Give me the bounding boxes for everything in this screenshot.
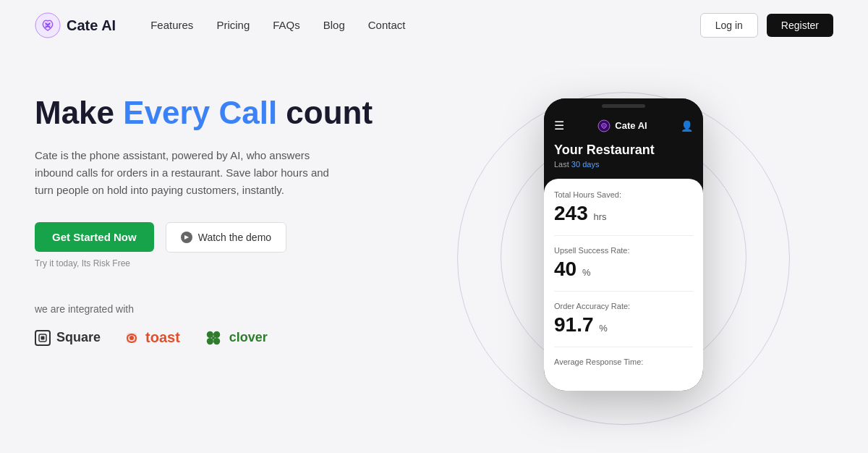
stat-accuracy: Order Accuracy Rate: 91.7 %: [554, 302, 693, 347]
nav-faqs[interactable]: FAQs: [273, 19, 300, 31]
nav-features[interactable]: Features: [150, 19, 193, 31]
phone-stats-body: Total Hours Saved: 243 hrs Upsell Succes…: [544, 179, 703, 391]
stat-upsell-value: 40 %: [554, 258, 693, 281]
clover-logo: clover: [203, 329, 268, 347]
risk-free-text: Try it today, Its Risk Free: [35, 258, 414, 268]
play-icon: ▶: [181, 232, 192, 243]
logo-icon: [35, 12, 61, 38]
integration-logos: Square toast: [35, 329, 414, 347]
phone-restaurant-section: Your Restaurant Last 30 days: [544, 138, 703, 179]
navbar-right: Log in Register: [700, 13, 833, 38]
headline-start: Make: [35, 95, 123, 130]
integrations-section: we are integrated with Square: [35, 303, 414, 347]
cta-row: Get Started Now ▶ Watch the demo: [35, 222, 414, 253]
register-button[interactable]: Register: [767, 14, 833, 37]
phone-logo-icon: [597, 119, 610, 132]
user-icon: 👤: [681, 120, 693, 132]
main-content: Make Every Call count Cate is the phone …: [0, 51, 868, 453]
stat-upsell-label: Upsell Success Rate:: [554, 246, 693, 255]
stat-hours-saved: Total Hours Saved: 243 hrs: [554, 190, 693, 236]
stat-upsell: Upsell Success Rate: 40 %: [554, 246, 693, 292]
phone-app-name: Cate AI: [615, 120, 647, 131]
watch-label: Watch the demo: [198, 232, 271, 243]
clover-label: clover: [229, 330, 268, 345]
watch-demo-button[interactable]: ▶ Watch the demo: [166, 222, 286, 253]
logo-text: Cate AI: [67, 17, 116, 34]
square-label: Square: [56, 330, 101, 345]
get-started-button[interactable]: Get Started Now: [35, 222, 154, 252]
restaurant-name: Your Restaurant: [554, 143, 693, 158]
phone-mockup: ☰ Cate AI 👤 Your Restaurant Last 30 days: [544, 98, 703, 391]
hamburger-icon: ☰: [554, 119, 564, 132]
stat-accuracy-label: Order Accuracy Rate:: [554, 302, 693, 310]
navbar-left: Cate AI Features Pricing FAQs Blog Conta…: [35, 12, 405, 38]
nav-blog[interactable]: Blog: [323, 19, 345, 31]
nav-links: Features Pricing FAQs Blog Contact: [150, 19, 405, 32]
left-content: Make Every Call count Cate is the phone …: [35, 51, 414, 347]
svg-point-12: [603, 124, 605, 127]
toast-icon: [124, 330, 140, 346]
square-logo: Square: [35, 330, 101, 346]
clover-icon: [203, 329, 224, 347]
phone-header: ☰ Cate AI 👤: [544, 113, 703, 138]
hero-subtext: Cate is the phone assistant, powered by …: [35, 147, 339, 199]
nav-contact[interactable]: Contact: [368, 19, 406, 31]
stat-hours-label: Total Hours Saved:: [554, 190, 693, 199]
toast-label: toast: [145, 329, 180, 346]
notch-bar: [602, 104, 645, 108]
stat-accuracy-value: 91.7 %: [554, 313, 693, 336]
svg-rect-3: [41, 336, 45, 339]
phone-notch: [544, 98, 703, 113]
toast-logo: toast: [124, 329, 180, 346]
stat-response-label: Average Response Time:: [554, 357, 693, 366]
login-button[interactable]: Log in: [700, 13, 758, 38]
svg-point-5: [129, 336, 134, 340]
headline: Make Every Call count: [35, 94, 414, 132]
square-icon: [35, 330, 51, 346]
logo-link[interactable]: Cate AI: [35, 12, 116, 38]
svg-rect-10: [212, 336, 215, 339]
days-label: Last 30 days: [554, 160, 693, 169]
right-content: ☰ Cate AI 👤 Your Restaurant Last 30 days: [414, 51, 833, 453]
nav-pricing[interactable]: Pricing: [216, 19, 250, 31]
headline-highlight: Every Call: [123, 95, 277, 130]
stat-hours-value: 243 hrs: [554, 202, 693, 225]
phone-logo: Cate AI: [597, 119, 647, 132]
navbar: Cate AI Features Pricing FAQs Blog Conta…: [0, 0, 868, 51]
stat-response-time: Average Response Time:: [554, 357, 693, 379]
headline-end: count: [277, 95, 373, 130]
integrations-label: we are integrated with: [35, 303, 414, 315]
